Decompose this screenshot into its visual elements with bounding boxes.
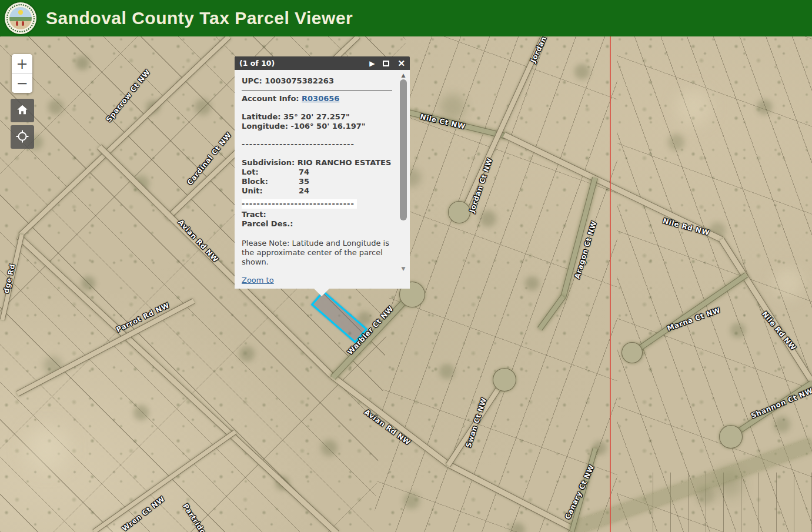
unit-row: Unit:24 — [242, 186, 392, 196]
street-label: Nile Ct NW — [419, 112, 466, 131]
road-avian-rd-mid — [330, 373, 450, 467]
road-nile-rd-upper — [503, 132, 723, 242]
road-warbler-ct — [330, 298, 407, 380]
unit-value: 24 — [299, 186, 309, 195]
maximize-button[interactable] — [383, 61, 389, 66]
road-wash-southeast — [571, 439, 812, 532]
next-feature-button[interactable]: ▶ — [369, 60, 375, 67]
block-label: Block: — [242, 177, 299, 186]
popup-pager: (1 of 10) — [239, 59, 361, 68]
road-aragon-ct — [560, 177, 598, 298]
app-header: Sandoval County Tax Parcel Viewer — [0, 0, 812, 36]
app: Sparrow Ct NWCardinal Ct NWAvian Rd NWPa… — [0, 0, 812, 532]
note-text: Please Note: Latitude and Longitude is t… — [242, 239, 392, 267]
sand-patches — [0, 36, 5, 41]
home-button[interactable] — [11, 99, 34, 122]
street-label: Warbler Ct NW — [346, 305, 395, 356]
road-nile-rd-lower — [719, 237, 812, 382]
zoom-out-button[interactable]: − — [12, 73, 32, 93]
street-label: Nile Rd NW — [760, 310, 797, 352]
account-link[interactable]: R030656 — [302, 94, 339, 103]
tract-label: Tract: — [242, 210, 392, 219]
home-icon — [16, 103, 29, 118]
street-label: dge Rd — [2, 263, 16, 295]
scroll-up-icon[interactable]: ▲ — [400, 72, 407, 78]
selected-parcel-highlight — [311, 290, 367, 343]
street-label: Jordan Ct NW — [468, 157, 494, 214]
street-label: Partridge — [181, 502, 210, 532]
road-parrot-rd — [16, 299, 195, 397]
road-wren-ct — [92, 430, 236, 532]
seal-sun-icon — [18, 10, 23, 15]
subdivision-value: Subdivision: RIO RANCHO ESTATES — [242, 158, 392, 168]
close-button[interactable]: ✕ — [397, 59, 405, 68]
road-shannon-ct — [736, 380, 812, 434]
account-info-row: Account Info: R030656 — [242, 94, 392, 103]
zoom-to-link[interactable]: Zoom to — [242, 276, 274, 285]
longitude-value: Longitude: -106° 50' 16.197" — [242, 122, 392, 131]
street-label: Canary Ct NW — [563, 463, 596, 520]
block-value: 35 — [299, 177, 309, 186]
unit-label: Unit: — [242, 186, 299, 196]
parcel-des-label: Parcel Des.: — [242, 219, 392, 229]
separator: ------------------------------ — [242, 140, 392, 149]
scroll-down-icon[interactable]: ▼ — [400, 266, 407, 272]
popup-header: (1 of 10) ▶ ✕ — [235, 56, 410, 70]
divider — [242, 90, 392, 91]
zoom-controls: + − — [12, 54, 32, 93]
street-label: Marna Ct NW — [666, 306, 721, 333]
vegetation-spots — [0, 36, 5, 41]
upc-value: UPC: 1003075382263 — [242, 76, 392, 86]
seal-scene — [9, 7, 32, 29]
street-label: Parrot Rd NW — [115, 301, 171, 334]
separator-highlighted: ------------------------------ — [242, 199, 357, 209]
seal-figure-icon — [16, 21, 18, 26]
maximize-icon — [383, 61, 389, 66]
block-row: Block:35 — [242, 177, 392, 186]
latitude-value: Latitude: 35° 20' 27.257" — [242, 112, 392, 122]
road-aragon-ct-bend — [537, 295, 566, 331]
culdesac-marna-ct — [621, 342, 643, 363]
road-nile-ct — [405, 109, 507, 139]
seal-figure-icon — [22, 21, 24, 26]
boundary-line — [610, 36, 611, 532]
road-jordan-ct — [462, 36, 546, 210]
popup-scrollbar: ▲ ▼ — [399, 71, 408, 287]
popup-body: UPC: 1003075382263 Account Info: R030656… — [235, 70, 410, 289]
street-label: Shannon Ct NW — [750, 386, 812, 420]
street-label: Aragon Ct NW — [573, 220, 598, 280]
lot-label: Lot: — [242, 168, 299, 177]
county-seal-logo — [5, 2, 36, 34]
lot-value: 74 — [299, 168, 309, 176]
road-swan-ct — [446, 383, 503, 467]
road-avian-rd-lower — [446, 461, 574, 532]
street-label: Nile Rd NW — [662, 217, 711, 237]
zoom-in-button[interactable]: + — [12, 54, 32, 73]
account-info-label: Account Info: — [242, 94, 302, 103]
road-marna-ct — [636, 272, 748, 352]
street-label: Avian Rd NW — [363, 408, 412, 447]
road-canary-ct — [569, 448, 597, 532]
lot-row: Lot:74 — [242, 168, 392, 177]
street-label: Swan Ct NW — [465, 397, 489, 449]
locate-icon — [15, 129, 29, 145]
road-sparrow-ct — [18, 36, 231, 237]
street-label: Wren Ct NW — [121, 494, 166, 532]
close-icon: ✕ — [397, 59, 405, 68]
culdesac-swan-ct — [493, 368, 516, 392]
culdesac-shannon-ct — [719, 425, 743, 449]
page-title: Sandoval County Tax Parcel Viewer — [46, 0, 353, 36]
popup-pointer — [313, 288, 330, 296]
street-label: Sparrow Ct NW — [105, 68, 152, 124]
scrollbar-thumb[interactable] — [400, 79, 407, 220]
road-partridge-rd-west — [0, 234, 24, 320]
next-icon: ▶ — [369, 60, 375, 67]
locate-button[interactable] — [11, 125, 34, 149]
parcel-info-popup: (1 of 10) ▶ ✕ UPC: 1003075382263 Account… — [235, 56, 410, 289]
street-label: Avian Rd NW — [176, 218, 220, 264]
culdesac-jordan-ct — [448, 201, 470, 223]
street-label: Cardinal Ct NW — [186, 131, 233, 187]
street-label: Jordan — [529, 36, 549, 63]
